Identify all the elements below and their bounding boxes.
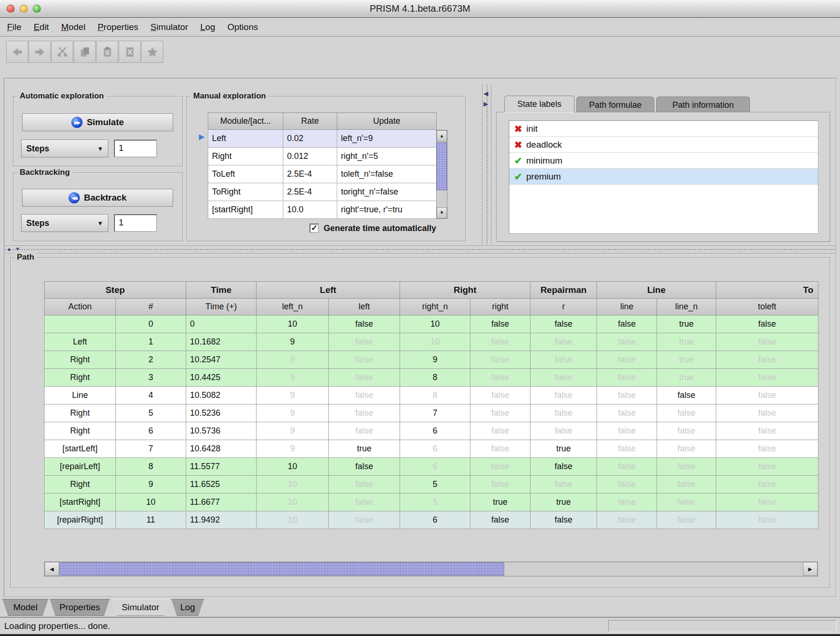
path-cell[interactable]: false bbox=[329, 351, 400, 369]
path-cell[interactable]: Right bbox=[45, 351, 116, 369]
path-cell[interactable]: false bbox=[597, 422, 657, 440]
path-cell[interactable]: 9 bbox=[257, 351, 329, 369]
path-cell[interactable]: false bbox=[716, 422, 818, 440]
vertical-splitter[interactable]: ◀ ▶ bbox=[482, 84, 492, 245]
manual-transition-row[interactable]: [startRight]10.0right'=true, r'=tru bbox=[208, 201, 437, 219]
path-cell[interactable]: Left bbox=[45, 333, 116, 351]
path-cell[interactable]: false bbox=[597, 440, 657, 458]
menu-simulator[interactable]: Simulator bbox=[144, 18, 194, 36]
manual-col-header[interactable]: Update bbox=[337, 113, 437, 130]
path-cell[interactable]: [repairRight] bbox=[45, 511, 116, 529]
simulate-steps-combo[interactable]: Steps ▼ bbox=[21, 140, 108, 157]
path-cell[interactable]: true bbox=[329, 440, 400, 458]
tab-path-formulae[interactable]: Path formulae bbox=[576, 97, 654, 112]
path-cell[interactable]: false bbox=[597, 369, 657, 387]
path-cell[interactable]: false bbox=[657, 494, 716, 511]
path-cell[interactable]: 11.5577 bbox=[186, 458, 257, 476]
manual-cell[interactable]: 2.5E-4 bbox=[283, 165, 337, 183]
path-cell[interactable]: false bbox=[329, 387, 400, 404]
manual-cell[interactable]: 0.012 bbox=[283, 148, 337, 165]
path-step-row[interactable]: Right310.44259false8falsefalsefalsetruef… bbox=[45, 369, 818, 387]
manual-cell[interactable]: Right bbox=[208, 148, 283, 165]
menu-file[interactable]: File bbox=[1, 18, 28, 36]
path-cell[interactable]: 7 bbox=[116, 440, 186, 458]
state-label-minimum[interactable]: ✔minimum bbox=[509, 153, 818, 169]
path-cell[interactable]: 9 bbox=[257, 422, 329, 440]
manual-cell[interactable]: 10.0 bbox=[283, 201, 337, 219]
path-cell[interactable]: false bbox=[597, 404, 657, 422]
path-cell[interactable]: false bbox=[657, 440, 716, 458]
path-step-row[interactable]: 0010false10falsefalsefalsetruefalse bbox=[45, 315, 818, 333]
path-cell[interactable]: false bbox=[329, 369, 400, 387]
path-cell[interactable]: false bbox=[530, 315, 597, 333]
path-cell[interactable]: Line bbox=[45, 387, 116, 404]
path-cell[interactable]: false bbox=[470, 440, 530, 458]
manual-cell[interactable]: right_n'=5 bbox=[337, 148, 437, 165]
tab-log[interactable]: Log bbox=[171, 599, 204, 616]
path-cell[interactable]: false bbox=[716, 387, 818, 404]
manual-col-header[interactable]: Rate bbox=[283, 113, 337, 130]
scrollbar-thumb[interactable] bbox=[437, 142, 447, 190]
path-cell[interactable]: 2 bbox=[116, 351, 186, 369]
forward-button[interactable] bbox=[29, 41, 51, 63]
backtrack-steps-input[interactable]: 1 bbox=[114, 214, 157, 232]
path-horizontal-scrollbar[interactable]: ◀ ▶ bbox=[44, 561, 818, 576]
path-cell[interactable]: 6 bbox=[116, 422, 186, 440]
path-cell[interactable] bbox=[45, 315, 116, 333]
path-cell[interactable]: 1 bbox=[116, 333, 186, 351]
path-cell[interactable]: false bbox=[716, 440, 818, 458]
path-step-row[interactable]: Right510.52369false7falsefalsefalsefalse… bbox=[45, 404, 818, 422]
path-cell[interactable]: 11 bbox=[116, 511, 186, 529]
path-cell[interactable]: false bbox=[597, 511, 657, 529]
manual-cell[interactable]: 0.02 bbox=[283, 130, 337, 148]
path-cell[interactable]: 9 bbox=[257, 333, 329, 351]
expand-right-icon[interactable]: ▶ bbox=[484, 100, 488, 107]
path-cell[interactable]: false bbox=[530, 404, 597, 422]
path-step-row[interactable]: [repairRight]1111.949210false6falsefalse… bbox=[45, 511, 818, 529]
manual-cell[interactable]: 2.5E-4 bbox=[283, 183, 337, 201]
path-cell[interactable]: 3 bbox=[116, 369, 186, 387]
path-cell[interactable]: 5 bbox=[116, 404, 186, 422]
path-cell[interactable]: 11.6525 bbox=[186, 476, 257, 494]
path-cell[interactable]: 9 bbox=[257, 440, 329, 458]
path-cell[interactable]: Right bbox=[45, 404, 116, 422]
path-cell[interactable]: false bbox=[470, 387, 530, 404]
menu-log[interactable]: Log bbox=[194, 18, 221, 36]
path-cell[interactable]: 11.9492 bbox=[186, 511, 257, 529]
tab-simulator[interactable]: Simulator bbox=[111, 599, 170, 616]
path-cell[interactable]: 10.6428 bbox=[186, 440, 257, 458]
manual-col-header[interactable]: Module/[act... bbox=[208, 113, 283, 130]
manual-transition-row[interactable]: Left0.02left_n'=9 bbox=[208, 130, 437, 148]
tab-path-information[interactable]: Path information bbox=[656, 97, 750, 112]
path-cell[interactable]: false bbox=[329, 458, 400, 476]
menu-model[interactable]: Model bbox=[55, 18, 91, 36]
path-cell[interactable]: 10 bbox=[400, 333, 470, 351]
path-cell[interactable]: false bbox=[530, 369, 597, 387]
scroll-right-button[interactable]: ▶ bbox=[803, 562, 817, 576]
path-cell[interactable]: false bbox=[597, 351, 657, 369]
path-cell[interactable]: true bbox=[657, 315, 716, 333]
path-cell[interactable]: false bbox=[716, 333, 818, 351]
manual-transition-row[interactable]: ToLeft2.5E-4toleft_n'=false bbox=[208, 165, 437, 183]
path-step-row[interactable]: [startLeft]710.64289true6falsetruefalsef… bbox=[45, 440, 818, 458]
path-cell[interactable]: 10.2547 bbox=[186, 351, 257, 369]
path-cell[interactable]: true bbox=[530, 494, 597, 511]
path-cell[interactable]: false bbox=[470, 511, 530, 529]
path-cell[interactable]: false bbox=[597, 333, 657, 351]
path-cell[interactable]: false bbox=[530, 333, 597, 351]
horizontal-splitter[interactable]: ▲ ▼ bbox=[4, 246, 836, 254]
path-cell[interactable]: 9 bbox=[257, 404, 329, 422]
menu-properties[interactable]: Properties bbox=[91, 18, 144, 36]
path-cell[interactable]: false bbox=[329, 476, 400, 494]
menu-options[interactable]: Options bbox=[221, 18, 264, 36]
path-cell[interactable]: 8 bbox=[400, 387, 470, 404]
back-button[interactable] bbox=[6, 41, 28, 63]
path-cell[interactable]: 10 bbox=[257, 511, 329, 529]
scroll-down-button[interactable]: ▼ bbox=[437, 207, 447, 218]
path-cell[interactable]: 10 bbox=[400, 315, 470, 333]
path-cell[interactable]: 7 bbox=[400, 404, 470, 422]
path-cell[interactable]: false bbox=[716, 458, 818, 476]
path-cell[interactable]: 8 bbox=[400, 369, 470, 387]
manual-cell[interactable]: left_n'=9 bbox=[337, 130, 437, 148]
path-cell[interactable]: Right bbox=[45, 369, 116, 387]
